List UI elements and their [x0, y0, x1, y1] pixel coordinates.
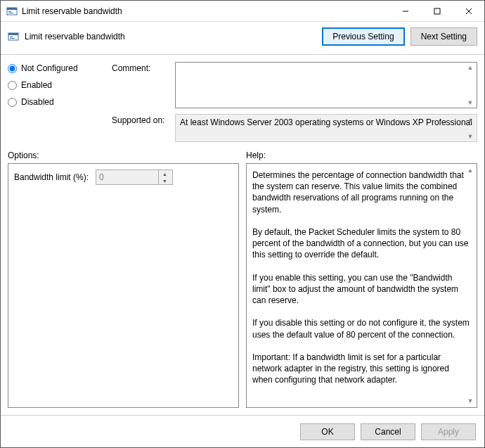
radio-enabled-input[interactable] — [8, 81, 17, 90]
radio-not-configured-input[interactable] — [8, 64, 17, 73]
radio-disabled-label: Disabled — [21, 97, 54, 107]
dialog-window: Limit reservable bandwidth Limit reserva… — [0, 0, 485, 448]
comment-label: Comment: — [112, 62, 169, 73]
scrollbar[interactable]: ▲▼ — [465, 116, 475, 140]
svg-rect-5 — [434, 8, 440, 14]
minimize-button[interactable] — [389, 1, 421, 21]
next-setting-button[interactable]: Next Setting — [410, 27, 477, 46]
supported-label: Supported on: — [112, 114, 169, 125]
maximize-button[interactable] — [421, 1, 453, 21]
radio-not-configured[interactable]: Not Configured — [8, 63, 106, 73]
previous-setting-button[interactable]: Previous Setting — [322, 27, 404, 46]
header-bar: Limit reservable bandwidth Previous Sett… — [1, 22, 484, 55]
radio-disabled-input[interactable] — [8, 98, 17, 107]
spinner-down-icon[interactable]: ▼ — [159, 177, 171, 184]
spinner-arrows[interactable]: ▲▼ — [158, 170, 171, 184]
scrollbar[interactable]: ▲▼ — [465, 167, 475, 404]
bandwidth-limit-input[interactable] — [96, 172, 158, 182]
comment-textarea[interactable]: ▲▼ — [175, 62, 477, 108]
spinner-up-icon[interactable]: ▲ — [159, 170, 171, 177]
options-panel: Bandwidth limit (%): ▲▼ — [8, 163, 239, 408]
state-radio-group: Not Configured Enabled Disabled — [8, 62, 106, 107]
svg-rect-1 — [7, 8, 17, 10]
bandwidth-limit-label: Bandwidth limit (%): — [14, 172, 89, 182]
policy-icon — [8, 31, 19, 42]
cancel-button[interactable]: Cancel — [361, 423, 415, 440]
help-text: Determines the percentage of connection … — [252, 169, 471, 386]
supported-on-text: At least Windows Server 2003 operating s… — [180, 117, 472, 127]
help-panel: Determines the percentage of connection … — [246, 163, 477, 408]
footer: OK Cancel Apply — [1, 415, 484, 447]
help-heading: Help: — [246, 151, 477, 160]
policy-name: Limit reservable bandwidth — [25, 32, 125, 41]
options-heading: Options: — [8, 151, 239, 160]
ok-button[interactable]: OK — [300, 423, 355, 440]
apply-button[interactable]: Apply — [421, 423, 476, 440]
svg-rect-11 — [10, 38, 15, 39]
svg-rect-10 — [10, 37, 13, 37]
scrollbar[interactable]: ▲▼ — [465, 64, 475, 106]
svg-rect-3 — [8, 13, 13, 13]
window-title: Limit reservable bandwidth — [22, 6, 389, 16]
close-button[interactable] — [453, 1, 484, 21]
svg-rect-9 — [8, 33, 18, 35]
radio-not-configured-label: Not Configured — [21, 63, 78, 73]
radio-enabled-label: Enabled — [21, 80, 52, 90]
radio-disabled[interactable]: Disabled — [8, 97, 106, 107]
svg-rect-2 — [8, 11, 11, 12]
dialog-body: Not Configured Enabled Disabled Comment:… — [1, 55, 484, 415]
supported-on-box: At least Windows Server 2003 operating s… — [175, 114, 477, 142]
policy-icon — [6, 6, 18, 17]
bandwidth-limit-spinner[interactable]: ▲▼ — [96, 169, 173, 185]
titlebar: Limit reservable bandwidth — [1, 1, 484, 22]
radio-enabled[interactable]: Enabled — [8, 80, 106, 90]
